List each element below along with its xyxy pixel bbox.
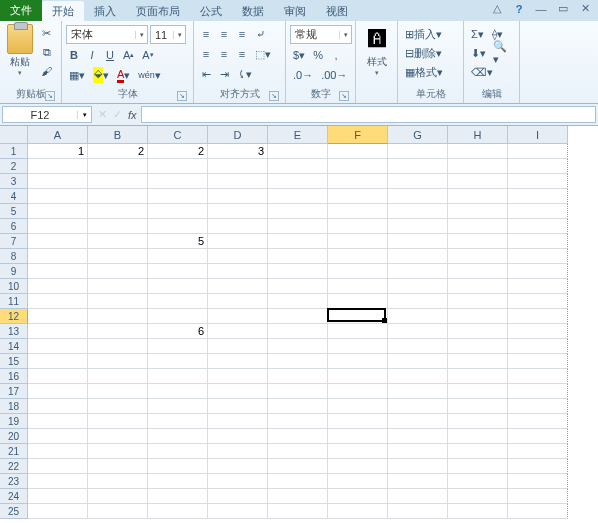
cell-D9[interactable] [208, 264, 268, 279]
phonetic-icon[interactable]: wén▾ [135, 66, 164, 84]
cell-E8[interactable] [268, 249, 328, 264]
cell-F22[interactable] [328, 459, 388, 474]
row-header-21[interactable]: 21 [0, 444, 28, 459]
cell-G9[interactable] [388, 264, 448, 279]
cell-D18[interactable] [208, 399, 268, 414]
cell-C25[interactable] [148, 504, 208, 519]
cell-A23[interactable] [28, 474, 88, 489]
align-middle-icon[interactable]: ≡ [216, 25, 232, 43]
row-header-5[interactable]: 5 [0, 204, 28, 219]
font-launcher[interactable]: ↘ [177, 91, 187, 101]
cell-A10[interactable] [28, 279, 88, 294]
cell-H10[interactable] [448, 279, 508, 294]
cell-G8[interactable] [388, 249, 448, 264]
cell-E16[interactable] [268, 369, 328, 384]
cell-C3[interactable] [148, 174, 208, 189]
cell-F21[interactable] [328, 444, 388, 459]
cell-E4[interactable] [268, 189, 328, 204]
cell-F19[interactable] [328, 414, 388, 429]
cell-F9[interactable] [328, 264, 388, 279]
cell-F25[interactable] [328, 504, 388, 519]
underline-button[interactable]: U [102, 46, 118, 64]
cell-C16[interactable] [148, 369, 208, 384]
cell-H24[interactable] [448, 489, 508, 504]
cell-F11[interactable] [328, 294, 388, 309]
cell-A15[interactable] [28, 354, 88, 369]
wrap-text-icon[interactable]: ⤶ [252, 25, 268, 43]
col-header-D[interactable]: D [208, 126, 268, 144]
col-header-H[interactable]: H [448, 126, 508, 144]
cell-H21[interactable] [448, 444, 508, 459]
cell-F2[interactable] [328, 159, 388, 174]
cell-C19[interactable] [148, 414, 208, 429]
cell-F23[interactable] [328, 474, 388, 489]
cell-B10[interactable] [88, 279, 148, 294]
close-icon[interactable]: ✕ [578, 2, 592, 15]
cell-C22[interactable] [148, 459, 208, 474]
cell-E14[interactable] [268, 339, 328, 354]
tab-数据[interactable]: 数据 [232, 1, 274, 21]
increase-indent-icon[interactable]: ⇥ [216, 65, 232, 83]
cell-G18[interactable] [388, 399, 448, 414]
cell-B12[interactable] [88, 309, 148, 324]
cell-D5[interactable] [208, 204, 268, 219]
cell-H15[interactable] [448, 354, 508, 369]
cell-G6[interactable] [388, 219, 448, 234]
cell-C1[interactable]: 2 [148, 144, 208, 159]
row-header-1[interactable]: 1 [0, 144, 28, 159]
border-icon[interactable]: ▦▾ [66, 66, 88, 84]
cell-A9[interactable] [28, 264, 88, 279]
cell-D11[interactable] [208, 294, 268, 309]
cell-A4[interactable] [28, 189, 88, 204]
cell-G2[interactable] [388, 159, 448, 174]
cell-D20[interactable] [208, 429, 268, 444]
cell-E20[interactable] [268, 429, 328, 444]
cell-E17[interactable] [268, 384, 328, 399]
cell-A7[interactable] [28, 234, 88, 249]
cell-B6[interactable] [88, 219, 148, 234]
cell-C12[interactable] [148, 309, 208, 324]
minimize-icon[interactable]: — [534, 3, 548, 15]
cell-A16[interactable] [28, 369, 88, 384]
cell-E15[interactable] [268, 354, 328, 369]
cell-D2[interactable] [208, 159, 268, 174]
col-header-E[interactable]: E [268, 126, 328, 144]
align-top-icon[interactable]: ≡ [198, 25, 214, 43]
cell-D22[interactable] [208, 459, 268, 474]
cell-B19[interactable] [88, 414, 148, 429]
cell-C6[interactable] [148, 219, 208, 234]
cell-A19[interactable] [28, 414, 88, 429]
cell-F16[interactable] [328, 369, 388, 384]
clear-icon[interactable]: ⌫▾ [468, 63, 496, 81]
cell-C17[interactable] [148, 384, 208, 399]
align-center-icon[interactable]: ≡ [216, 45, 232, 63]
row-header-2[interactable]: 2 [0, 159, 28, 174]
row-header-25[interactable]: 25 [0, 504, 28, 519]
font-name-combo[interactable]: 宋体▾ [66, 25, 148, 44]
cell-G17[interactable] [388, 384, 448, 399]
cell-A13[interactable] [28, 324, 88, 339]
cell-E24[interactable] [268, 489, 328, 504]
row-header-14[interactable]: 14 [0, 339, 28, 354]
row-header-17[interactable]: 17 [0, 384, 28, 399]
increase-font-icon[interactable]: A▴ [120, 46, 137, 64]
fx-icon[interactable]: fx [128, 109, 137, 121]
cell-A11[interactable] [28, 294, 88, 309]
cell-B20[interactable] [88, 429, 148, 444]
cell-E1[interactable] [268, 144, 328, 159]
cell-D4[interactable] [208, 189, 268, 204]
cell-B2[interactable] [88, 159, 148, 174]
cell-G12[interactable] [388, 309, 448, 324]
bold-button[interactable]: B [66, 46, 82, 64]
cell-I18[interactable] [508, 399, 568, 414]
row-header-10[interactable]: 10 [0, 279, 28, 294]
cell-I11[interactable] [508, 294, 568, 309]
col-header-F[interactable]: F [328, 126, 388, 144]
cell-G3[interactable] [388, 174, 448, 189]
cell-A21[interactable] [28, 444, 88, 459]
cell-H17[interactable] [448, 384, 508, 399]
cell-E22[interactable] [268, 459, 328, 474]
cell-C10[interactable] [148, 279, 208, 294]
cell-B15[interactable] [88, 354, 148, 369]
delete-cells-button[interactable]: ⊟ 删除▾ [402, 44, 460, 62]
